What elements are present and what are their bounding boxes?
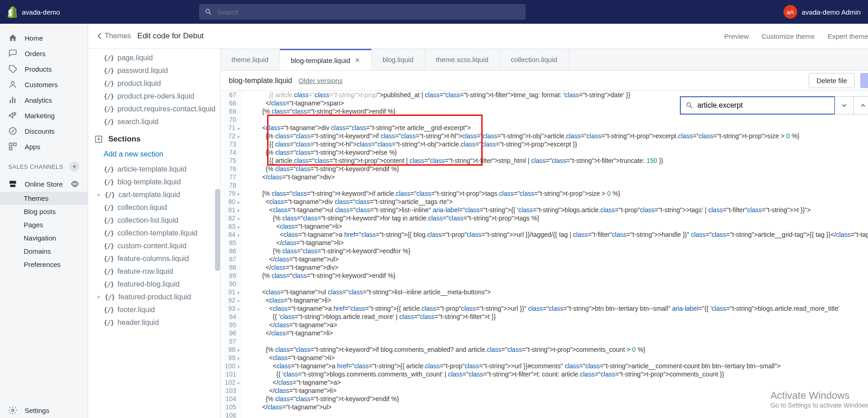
code-file-icon: {/} [104,319,114,326]
nav-products[interactable]: Products [0,61,88,77]
code-file-icon: {/} [104,230,114,237]
svg-point-5 [12,409,14,412]
file-item[interactable]: {/}cart-template.liquid [88,188,220,201]
editor-tab[interactable]: theme.liquid [221,49,280,70]
code-file-icon: {/} [104,268,114,275]
subnav-pages[interactable]: Pages [24,218,88,231]
breadcrumb-back[interactable]: Themes [97,32,131,40]
code-file-icon: {/} [104,255,114,262]
nav-analytics[interactable]: Analytics [0,92,88,108]
search-prev-button[interactable] [853,96,868,115]
sections-folder[interactable]: Sections [88,128,220,147]
help-link[interactable]: Expert theme help [827,32,868,40]
avatar: aA [784,5,797,19]
topbar: avada-demo aA avada-demo Admin [0,0,868,24]
home-icon [8,33,17,42]
plus-icon [72,164,77,169]
search-next-button[interactable] [835,96,854,115]
nav-customers[interactable]: Customers [0,77,88,92]
user-menu[interactable]: aA avada-demo Admin [784,5,861,19]
file-item[interactable]: {/}page.liquid [88,52,220,64]
customize-link[interactable]: Customize theme [762,32,815,40]
editor-tab[interactable]: collection.liquid [500,49,569,70]
delete-file-button[interactable]: Delete file [809,73,855,88]
editor-tab[interactable]: theme.scss.liquid [425,49,500,70]
subnav-themes[interactable]: Themes [0,192,88,205]
svg-point-0 [11,81,15,84]
code-search-input[interactable] [697,101,830,110]
code-content[interactable]: {{ article.class="class="t-string">t-pro… [242,91,868,418]
eye-icon[interactable] [70,179,79,188]
add-channel-button[interactable] [69,162,79,172]
orders-icon [8,49,17,58]
nav-discounts[interactable]: Discounts [0,123,88,139]
code-file-icon: {/} [105,293,115,301]
editor-tabs: theme.liquidblog-template.liquid✕blog.li… [221,49,868,71]
code-file-icon: {/} [104,306,114,314]
file-item[interactable]: {/}search.liquid [88,115,220,128]
user-name: avada-demo Admin [802,8,861,16]
breadcrumb-bar: Themes Edit code for Debut Preview Custo… [88,24,868,49]
editor-tab[interactable]: blog-template.liquid✕ [280,49,372,70]
file-item[interactable]: {/}product.requires-contact.liquid [88,103,220,115]
tag-icon [8,64,17,73]
nav-home[interactable]: Home [0,30,88,46]
nav-settings[interactable]: Settings [0,402,88,418]
file-item[interactable]: {/}password.liquid [88,64,220,77]
file-tree: {/}page.liquid{/}password.liquid{/}produ… [88,49,221,418]
file-item[interactable]: {/}collection-list.liquid [88,214,220,227]
nav-online-store[interactable]: Online Store [0,176,88,192]
file-item[interactable]: {/}header.liquid [88,316,220,329]
code-file-icon: {/} [104,281,114,288]
file-item[interactable]: {/}collection-template.liquid [88,227,220,240]
file-item[interactable]: {/}blog-template.liquid [88,176,220,188]
file-item[interactable]: {/}featured-blog.liquid [88,278,220,291]
store-brand[interactable]: avada-demo [7,6,199,18]
code-file-icon: {/} [104,80,114,87]
search-icon [685,101,694,110]
add-section-link[interactable]: Add a new section [88,147,220,163]
file-item[interactable]: {/}collection.liquid [88,201,220,214]
file-item[interactable]: {/}footer.liquid [88,303,220,316]
nav-apps[interactable]: Apps [0,139,88,154]
code-file-icon: {/} [104,178,114,186]
svg-rect-2 [10,143,12,146]
svg-rect-3 [14,143,16,146]
code-editor[interactable]: 67 68 69 70 71 ▾72 ▾73 74 75 76 77 78 79… [221,91,868,418]
file-item[interactable]: {/}custom-content.liquid [88,240,220,252]
subnav-domains[interactable]: Domains [24,245,88,258]
file-header: blog-template.liquid Older versions Dele… [221,71,868,91]
subnav-blog-posts[interactable]: Blog posts [24,205,88,218]
code-file-icon: {/} [104,93,114,100]
save-button[interactable]: Save [860,73,868,88]
global-search[interactable] [199,4,526,20]
discount-icon [8,126,17,136]
file-tree-scrollbar[interactable] [215,189,220,271]
chart-icon [8,95,17,104]
code-file-icon: {/} [104,118,114,125]
preview-link[interactable]: Preview [724,32,748,40]
file-item[interactable]: {/}article-template.liquid [88,163,220,176]
file-item[interactable]: {/}featured-product.liquid [88,291,220,303]
nav-orders[interactable]: Orders [0,46,88,61]
file-item[interactable]: {/}feature-row.liquid [88,265,220,278]
search-icon [205,8,212,16]
file-item[interactable]: {/}product.pre-oders.liquid [88,90,220,103]
search-input[interactable] [217,8,520,16]
code-file-icon: {/} [104,105,114,113]
close-tab-icon[interactable]: ✕ [355,57,360,64]
chevron-up-icon [860,103,866,108]
chevron-down-icon [842,103,847,108]
code-file-icon: {/} [104,242,114,250]
file-item[interactable]: {/}feature-columns.liquid [88,252,220,265]
subnav-navigation[interactable]: Navigation [24,231,88,245]
older-versions-link[interactable]: Older versions [299,77,343,84]
code-file-icon: {/} [104,166,114,173]
sales-channels-header: SALES CHANNELS [0,154,88,176]
file-item[interactable]: {/}product.liquid [88,77,220,90]
editor-tab[interactable]: blog.liquid [372,49,425,70]
nav-marketing[interactable]: Marketing [0,108,88,123]
subnav-preferences[interactable]: Preferences [24,258,88,271]
current-file-name: blog-template.liquid [229,77,292,85]
megaphone-icon [8,111,17,120]
